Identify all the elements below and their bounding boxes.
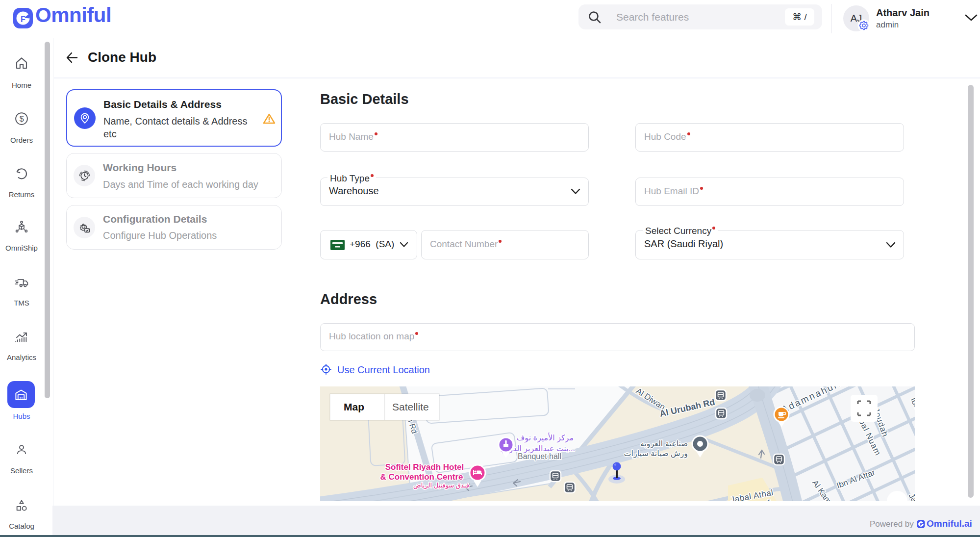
svg-text:F: F — [21, 15, 25, 24]
svg-text:Sofitel Riyadh Hotel: Sofitel Riyadh Hotel — [385, 462, 464, 472]
svg-text:فندق سوفتيل الرياض: فندق سوفتيل الرياض — [413, 482, 469, 489]
svg-text:صناعية العروبه: صناعية العروبه — [640, 439, 688, 449]
svg-text:Banquet hall: Banquet hall — [518, 452, 561, 460]
svg-text:ورش صيانة سيارات: ورش صيانة سيارات — [624, 449, 688, 459]
svg-text:مركز الأميرة نوف: مركز الأميرة نوف — [517, 433, 574, 443]
svg-text:& Convention Centre: & Convention Centre — [380, 472, 463, 482]
svg-text:Map: Map — [344, 401, 364, 412]
svg-text:F: F — [920, 523, 922, 526]
svg-text:$: $ — [20, 114, 24, 123]
svg-text:Satellite: Satellite — [392, 401, 429, 412]
